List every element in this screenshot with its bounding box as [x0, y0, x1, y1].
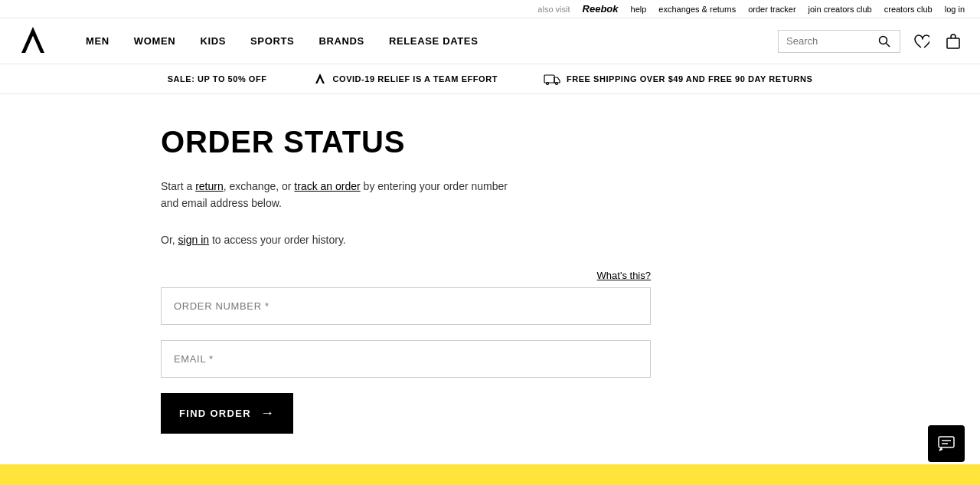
log-in-link[interactable]: log in — [945, 5, 965, 14]
promo-covid-text: COVID-19 RELIEF IS A TEAM EFFORT — [333, 74, 498, 84]
heart-icon — [913, 33, 929, 50]
main-content: ORDER STATUS Start a return, exchange, o… — [145, 94, 835, 464]
creators-club-link[interactable]: creators club — [884, 5, 933, 14]
nav-right — [778, 30, 965, 53]
join-creators-club-link[interactable]: join creators club — [808, 5, 872, 14]
sign-in-suffix: to access your order history. — [209, 234, 346, 246]
svg-marker-5 — [315, 74, 325, 84]
sign-in-line: Or, sign in to access your order history… — [161, 234, 819, 246]
find-order-button[interactable]: FIND ORDER → — [161, 393, 293, 434]
what-this-link[interactable]: What's this? — [597, 270, 651, 281]
order-tracker-link[interactable]: order tracker — [748, 5, 795, 14]
search-icon — [878, 35, 890, 48]
nav-links: MEN WOMEN KIDS SPORTS BRANDS RELEASE DAT… — [74, 18, 778, 64]
sign-in-link[interactable]: sign in — [178, 234, 209, 246]
email-group — [161, 340, 651, 378]
promo-item-shipping: FREE SHIPPING OVER $49 AND FREE 90 DAY R… — [544, 73, 812, 85]
main-nav: MEN WOMEN KIDS SPORTS BRANDS RELEASE DAT… — [0, 18, 980, 64]
top-utility-bar: also visit Reebok help exchanges & retur… — [0, 0, 980, 18]
svg-line-3 — [887, 43, 890, 47]
svg-point-8 — [555, 83, 557, 85]
nav-link-women[interactable]: WOMEN — [122, 18, 188, 64]
svg-rect-9 — [939, 437, 954, 447]
adidas-logo — [15, 24, 51, 59]
track-order-link[interactable]: track an order — [294, 180, 360, 192]
return-link[interactable]: return — [195, 180, 224, 192]
chat-icon — [937, 434, 956, 453]
find-order-label: FIND ORDER — [179, 408, 251, 419]
order-number-group — [161, 287, 651, 325]
arrow-right-icon: → — [260, 405, 275, 421]
nav-link-sports[interactable]: SPORTS — [238, 18, 306, 64]
nav-link-men[interactable]: MEN — [74, 18, 122, 64]
nav-link-release-dates[interactable]: RELEASE DATES — [377, 18, 491, 64]
search-box[interactable] — [778, 30, 900, 53]
promo-bar: SALE: UP TO 50% OFF COVID-19 RELIEF IS A… — [0, 64, 980, 94]
email-input[interactable] — [161, 340, 651, 378]
promo-item-covid: COVID-19 RELIEF IS A TEAM EFFORT — [313, 72, 498, 86]
desc-part2: , exchange, or — [224, 180, 295, 192]
adidas-small-icon — [313, 72, 327, 86]
sign-in-prefix: Or, — [161, 234, 178, 246]
search-input[interactable] — [786, 35, 878, 47]
footer-promo: STAY IN THE KNOW WITH ADIDAS! SIGN UP → — [0, 464, 980, 485]
what-this-container: What's this? — [161, 269, 651, 281]
reebok-logo: Reebok — [583, 3, 619, 15]
svg-rect-6 — [544, 75, 554, 83]
nav-link-brands[interactable]: BRANDS — [306, 18, 377, 64]
truck-icon — [544, 73, 560, 85]
promo-shipping-text: FREE SHIPPING OVER $49 AND FREE 90 DAY R… — [567, 74, 812, 84]
reebok-link[interactable]: Reebok — [583, 3, 619, 15]
nav-link-kids[interactable]: KIDS — [188, 18, 238, 64]
also-visit-text: also visit — [537, 5, 570, 14]
logo-wrapper[interactable] — [15, 24, 51, 59]
cart-icon — [945, 33, 962, 50]
promo-sale-text: SALE: UP TO 50% OFF — [168, 74, 267, 84]
desc-part1: Start a — [161, 180, 195, 192]
order-number-input[interactable] — [161, 287, 651, 325]
svg-rect-4 — [947, 38, 959, 48]
wishlist-button[interactable] — [910, 30, 933, 53]
chat-bubble-button[interactable] — [928, 425, 965, 462]
help-link[interactable]: help — [631, 5, 647, 14]
promo-item-sale: SALE: UP TO 50% OFF — [168, 74, 267, 84]
exchanges-returns-link[interactable]: exchanges & returns — [658, 5, 736, 14]
search-button[interactable] — [878, 35, 890, 48]
svg-point-7 — [546, 83, 548, 85]
page-title: ORDER STATUS — [161, 125, 819, 159]
page-description: Start a return, exchange, or track an or… — [161, 178, 513, 212]
cart-button[interactable] — [942, 30, 965, 53]
svg-point-2 — [880, 36, 887, 44]
